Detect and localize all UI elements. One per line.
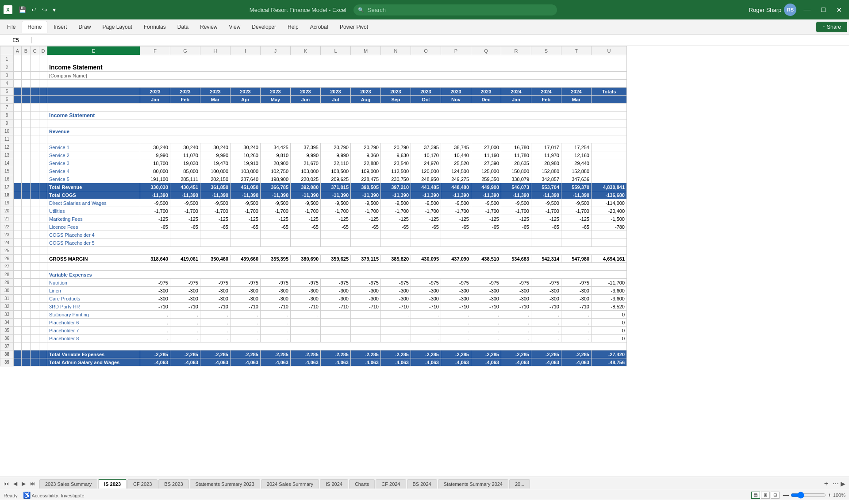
tab-file[interactable]: File bbox=[2, 21, 21, 33]
3rd-party-hr-label[interactable]: 3RD Party HR bbox=[47, 303, 140, 311]
col-L[interactable]: L bbox=[321, 46, 351, 55]
s1-jan[interactable]: 30,240 bbox=[140, 143, 170, 151]
cell-C6[interactable] bbox=[31, 96, 39, 104]
s1-total[interactable] bbox=[592, 143, 627, 151]
sheet-tab-bs2023[interactable]: BS 2023 bbox=[158, 479, 188, 489]
s1-mar[interactable]: 30,240 bbox=[200, 143, 230, 151]
col-J[interactable]: J bbox=[261, 46, 291, 55]
placeholder6-label[interactable]: Placeholder 6 bbox=[47, 319, 140, 327]
tab-review[interactable]: Review bbox=[195, 21, 223, 33]
sheet-tab-bs2024[interactable]: BS 2024 bbox=[407, 479, 437, 489]
service1-label[interactable]: Service 1 bbox=[47, 143, 140, 151]
cell-A2[interactable] bbox=[14, 63, 22, 72]
total-revenue-label[interactable]: Total Revenue bbox=[47, 183, 140, 191]
service2-label[interactable]: Service 2 bbox=[47, 151, 140, 159]
col-Q[interactable]: Q bbox=[471, 46, 501, 55]
cell-reference[interactable]: E5 bbox=[0, 37, 32, 43]
s1-feb[interactable]: 30,240 bbox=[170, 143, 200, 151]
sheet-tab-statements2023[interactable]: Statements Summary 2023 bbox=[190, 479, 260, 489]
licence-label[interactable]: Licence Fees bbox=[47, 223, 140, 231]
cell-B5[interactable] bbox=[22, 88, 31, 96]
tab-acrobat[interactable]: Acrobat bbox=[305, 21, 334, 33]
month-feb24[interactable]: Feb bbox=[531, 96, 561, 104]
month-label[interactable] bbox=[47, 96, 140, 104]
sheet-tab-more[interactable]: 20... bbox=[509, 479, 530, 489]
share-button[interactable]: ↑ Share bbox=[816, 22, 847, 32]
month-jul[interactable]: Jul bbox=[321, 96, 351, 104]
col-M[interactable]: M bbox=[351, 46, 381, 55]
service4-label[interactable]: Service 4 bbox=[47, 167, 140, 175]
nutrition-label[interactable]: Nutrition bbox=[47, 279, 140, 287]
fy-2023-feb[interactable]: 2023 bbox=[170, 88, 200, 96]
fy-2023-jun[interactable]: 2023 bbox=[291, 88, 321, 96]
col-G[interactable]: G bbox=[170, 46, 200, 55]
month-feb[interactable]: Feb bbox=[170, 96, 200, 104]
tab-home[interactable]: Home bbox=[22, 21, 47, 33]
total-var-exp-label[interactable]: Total Variable Expenses bbox=[47, 350, 140, 358]
fy-2023-dec[interactable]: 2023 bbox=[471, 88, 501, 96]
s1-may[interactable]: 34,425 bbox=[261, 143, 291, 151]
s1-jan24[interactable]: 16,780 bbox=[501, 143, 531, 151]
sheet-tab-cf2024[interactable]: CF 2024 bbox=[376, 479, 406, 489]
s1-sep[interactable]: 20,790 bbox=[381, 143, 411, 151]
fy-2024-mar[interactable]: 2024 bbox=[561, 88, 592, 96]
tab-formulas[interactable]: Formulas bbox=[138, 21, 171, 33]
income-statement-section-label[interactable]: Income Statement bbox=[47, 112, 627, 119]
customize-button[interactable]: ▾ bbox=[51, 5, 58, 14]
s1-apr[interactable]: 30,240 bbox=[230, 143, 261, 151]
month-apr[interactable]: Apr bbox=[230, 96, 261, 104]
tab-developer[interactable]: Developer bbox=[246, 21, 281, 33]
cell-D2[interactable] bbox=[39, 63, 47, 72]
col-O[interactable]: O bbox=[411, 46, 441, 55]
cell-A1[interactable] bbox=[14, 55, 22, 63]
close-button[interactable]: ✕ bbox=[833, 4, 845, 16]
financial-year-label[interactable] bbox=[47, 88, 140, 96]
col-I[interactable]: I bbox=[230, 46, 261, 55]
cogs5-label[interactable]: COGS Placeholder 5 bbox=[47, 239, 140, 247]
undo-button[interactable]: ↩ bbox=[30, 5, 38, 14]
cell-C5[interactable] bbox=[31, 88, 39, 96]
service5-label[interactable]: Service 5 bbox=[47, 175, 140, 183]
col-B[interactable]: B bbox=[22, 46, 31, 55]
tab-help[interactable]: Help bbox=[282, 21, 304, 33]
col-T[interactable]: T bbox=[561, 46, 592, 55]
sheet-tab-statements2024[interactable]: Statements Summary 2024 bbox=[438, 479, 508, 489]
zoom-slider[interactable] bbox=[791, 492, 826, 499]
zoom-out-button[interactable]: — bbox=[783, 492, 789, 498]
col-F[interactable]: F bbox=[140, 46, 170, 55]
fy-2023-may[interactable]: 2023 bbox=[261, 88, 291, 96]
placeholder8-label[interactable]: Placeholder 8 bbox=[47, 335, 140, 342]
fy-2023-nov[interactable]: 2023 bbox=[441, 88, 471, 96]
page-layout-view-button[interactable]: ⊞ bbox=[761, 492, 770, 499]
month-aug[interactable]: Aug bbox=[351, 96, 381, 104]
month-mar24[interactable]: Mar bbox=[561, 96, 592, 104]
s1-mar24[interactable]: 17,254 bbox=[561, 143, 592, 151]
col-D[interactable]: D bbox=[39, 46, 47, 55]
cell-D1[interactable] bbox=[39, 55, 47, 63]
fy-2023-sep[interactable]: 2023 bbox=[381, 88, 411, 96]
marketing-label[interactable]: Marketing Fees bbox=[47, 215, 140, 223]
normal-view-button[interactable]: ▤ bbox=[751, 492, 760, 499]
income-statement-title[interactable]: Income Statement bbox=[47, 63, 627, 72]
utilities-label[interactable]: Utilities bbox=[47, 207, 140, 215]
sheet-nav-prev[interactable]: ◀ bbox=[12, 480, 19, 488]
col-H[interactable]: H bbox=[200, 46, 230, 55]
cell-B2[interactable] bbox=[22, 63, 31, 72]
s1-jul[interactable]: 20,790 bbox=[321, 143, 351, 151]
s1-nov[interactable]: 38,745 bbox=[441, 143, 471, 151]
col-U[interactable]: U bbox=[592, 46, 627, 55]
sheet-tab-2024-sales[interactable]: 2024 Sales Summary bbox=[261, 479, 319, 489]
sheet-nav-next[interactable]: ▶ bbox=[20, 480, 27, 488]
service3-label[interactable]: Service 3 bbox=[47, 159, 140, 167]
formula-input[interactable] bbox=[32, 37, 849, 43]
cell-A4[interactable] bbox=[14, 80, 22, 88]
minimize-button[interactable]: — bbox=[800, 4, 814, 15]
month-mar[interactable]: Mar bbox=[200, 96, 230, 104]
cell-D5[interactable] bbox=[39, 88, 47, 96]
month-jan24[interactable]: Jan bbox=[501, 96, 531, 104]
linen-label[interactable]: Linen bbox=[47, 287, 140, 295]
col-A[interactable]: A bbox=[14, 46, 22, 55]
cell-B4[interactable] bbox=[22, 80, 31, 88]
sheet-tab-is2024[interactable]: IS 2024 bbox=[320, 479, 348, 489]
stationary-label[interactable]: Stationary Printing bbox=[47, 311, 140, 319]
